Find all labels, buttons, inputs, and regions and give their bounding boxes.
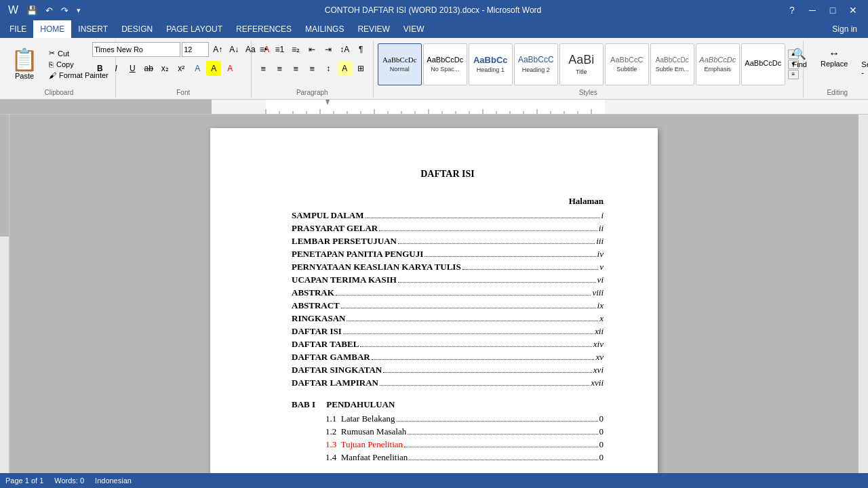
window-controls: ? ─ □ ✕ — [783, 3, 863, 17]
main-area: DAFTAR ISI Halaman SAMPUL DALAM i PRASYA… — [0, 115, 868, 487]
style-title[interactable]: AaBi Title — [559, 43, 604, 85]
find-label: Find — [793, 60, 807, 68]
menu-view[interactable]: VIEW — [397, 20, 431, 38]
close-button[interactable]: ✕ — [844, 3, 863, 17]
style-subtitle-preview: AaBbCcC — [610, 56, 643, 64]
style-more-preview: AaBbCcDc — [745, 59, 781, 68]
italic-button[interactable]: I — [108, 61, 123, 76]
paste-button[interactable]: 📋 Paste — [7, 47, 42, 81]
toc-entry-pernyataan: PERNYATAAN KEASLIAN KARYA TULIS v — [292, 261, 604, 272]
style-heading2[interactable]: AaBbCcC Heading 2 — [514, 43, 558, 85]
font-family-input[interactable] — [92, 42, 180, 57]
ribbon: 📋 Paste ✂ Cut ⎘ Copy 🖌 Format Painter — [0, 38, 868, 100]
format-painter-icon: 🖌 — [49, 71, 56, 79]
save-icon[interactable]: 💾 — [24, 4, 40, 17]
undo-icon[interactable]: ↶ — [43, 4, 56, 17]
font-group: A↑ A↓ Aa A B I U ab x₂ x² A A A Font — [116, 41, 252, 98]
replace-label: Replace — [821, 60, 848, 68]
superscript-button[interactable]: x² — [174, 61, 189, 76]
toc-entry-daftar-singkatan: DAFTAR SINGKATAN xvi — [292, 364, 604, 375]
sign-in-button[interactable]: Sign in — [824, 23, 865, 35]
replace-button[interactable]: ↔ Replace — [815, 45, 853, 70]
font-color-button[interactable]: A — [222, 61, 237, 76]
scissors-icon: ✂ — [49, 49, 55, 58]
borders-button[interactable]: ⊞ — [353, 61, 368, 76]
restore-button[interactable]: □ — [823, 3, 842, 17]
menu-review[interactable]: REVIEW — [351, 20, 396, 38]
style-no-spacing[interactable]: AaBbCcDc No Spac... — [423, 43, 467, 85]
font-size-input[interactable] — [182, 42, 209, 57]
find-button[interactable]: 🔍 Find — [787, 45, 812, 71]
numbering-button[interactable]: ≡1 — [272, 42, 287, 57]
style-heading1[interactable]: AaBbCc Heading 1 — [469, 43, 513, 85]
menu-home[interactable]: HOME — [33, 20, 71, 38]
toc-sub-13: 1.3 Tujuan Penelitian 0 — [292, 439, 604, 450]
title-bar-icons: W 💾 ↶ ↷ ▾ — [5, 3, 83, 18]
menu-bar: FILE HOME INSERT DESIGN PAGE LAYOUT REFE… — [0, 20, 868, 38]
redo-icon[interactable]: ↷ — [58, 4, 71, 17]
menu-design[interactable]: DESIGN — [115, 20, 159, 38]
styles-label: Styles — [579, 86, 597, 96]
align-right-button[interactable]: ≡ — [288, 61, 303, 76]
style-subtitle[interactable]: AaBbCcC Subtitle — [605, 43, 649, 85]
decrease-indent-button[interactable]: ⇤ — [304, 42, 319, 57]
underline-button[interactable]: U — [125, 61, 140, 76]
style-heading1-preview: AaBbCc — [473, 55, 508, 66]
bullets-button[interactable]: ≡• — [256, 42, 271, 57]
style-emphasis[interactable]: AaBbCcDc Emphasis — [696, 43, 740, 85]
align-left-button[interactable]: ≡ — [256, 61, 271, 76]
menu-page-layout[interactable]: PAGE LAYOUT — [159, 20, 229, 38]
style-more[interactable]: AaBbCcDc — [741, 43, 785, 85]
menu-insert[interactable]: INSERT — [71, 20, 115, 38]
menu-mailings[interactable]: MAILINGS — [298, 20, 351, 38]
find-icon: 🔍 — [793, 47, 806, 60]
paragraph-label: Paragraph — [296, 86, 328, 96]
style-subtle-emphasis-preview: AaBbCcDc — [656, 56, 689, 64]
justify-button[interactable]: ≡ — [304, 61, 319, 76]
increase-indent-button[interactable]: ⇥ — [321, 42, 336, 57]
clipboard-label: Clipboard — [44, 86, 73, 96]
sort-button[interactable]: ↕A — [337, 42, 352, 57]
style-subtle-emphasis[interactable]: AaBbCcDc Subtle Em... — [650, 43, 694, 85]
menu-file[interactable]: FILE — [3, 20, 33, 38]
toc-entry-lembar: LEMBAR PERSETUJUAN iii — [292, 235, 604, 247]
strikethrough-button[interactable]: ab — [141, 61, 156, 76]
toc-sub-12: 1.2 Rumusan Masalah 0 — [292, 426, 604, 437]
select-button[interactable]: ⊡ Select - — [856, 45, 868, 79]
bold-button[interactable]: B — [92, 61, 107, 76]
customize-icon[interactable]: ▾ — [74, 5, 83, 16]
show-formatting-button[interactable]: ¶ — [353, 42, 368, 57]
highlight-button[interactable]: A — [206, 61, 221, 76]
font-shrink-button[interactable]: A↓ — [226, 42, 241, 57]
style-title-label: Title — [576, 68, 587, 75]
line-spacing-button[interactable]: ↕ — [321, 61, 336, 76]
toc-entry-sampul: SAMPUL DALAM i — [292, 209, 604, 221]
toc-entry-daftar-tabel: DAFTAR TABEL xiv — [292, 338, 604, 350]
document-page: DAFTAR ISI Halaman SAMPUL DALAM i PRASYA… — [210, 128, 658, 487]
document-scroll[interactable]: DAFTAR ISI Halaman SAMPUL DALAM i PRASYA… — [9, 115, 859, 487]
help-icon[interactable]: ? — [783, 3, 802, 17]
text-effects-button[interactable]: A — [190, 61, 205, 76]
vertical-ruler — [0, 115, 9, 487]
toc-entry-ucapan: UCAPAN TERIMA KASIH vi — [292, 274, 604, 285]
minimize-button[interactable]: ─ — [803, 3, 822, 17]
halaman-label: Halaman — [292, 196, 604, 207]
select-label: Select - — [861, 60, 868, 77]
toc-entry-abstract: ABSTRACT ix — [292, 300, 604, 311]
bab1-header: BAB I PENDAHULUAN — [292, 399, 604, 410]
toc-sub-11: 1.1 Latar Belakang 0 — [292, 413, 604, 424]
ruler-main — [212, 100, 868, 114]
style-emphasis-label: Emphasis — [704, 66, 731, 73]
paragraph-group: ≡• ≡1 ≡₂ ⇤ ⇥ ↕A ¶ ≡ ≡ ≡ ≡ ↕ A ⊞ — [252, 41, 374, 98]
subscript-button[interactable]: x₂ — [157, 61, 172, 76]
language-info: Indonesian — [95, 476, 132, 485]
toc-entry-ringkasan: RINGKASAN x — [292, 312, 604, 324]
menu-references[interactable]: REFERENCES — [229, 20, 298, 38]
style-normal[interactable]: AaBbCcDc Normal — [378, 43, 422, 85]
font-grow-button[interactable]: A↑ — [210, 42, 225, 57]
multilevel-list-button[interactable]: ≡₂ — [288, 42, 303, 57]
align-center-button[interactable]: ≡ — [272, 61, 287, 76]
toc-entry-prasyarat: PRASYARAT GELAR ii — [292, 222, 604, 234]
shading-button[interactable]: A — [337, 61, 352, 76]
title-bar: W 💾 ↶ ↷ ▾ CONTOH DAFTAR ISI (WORD 2013).… — [0, 0, 868, 20]
